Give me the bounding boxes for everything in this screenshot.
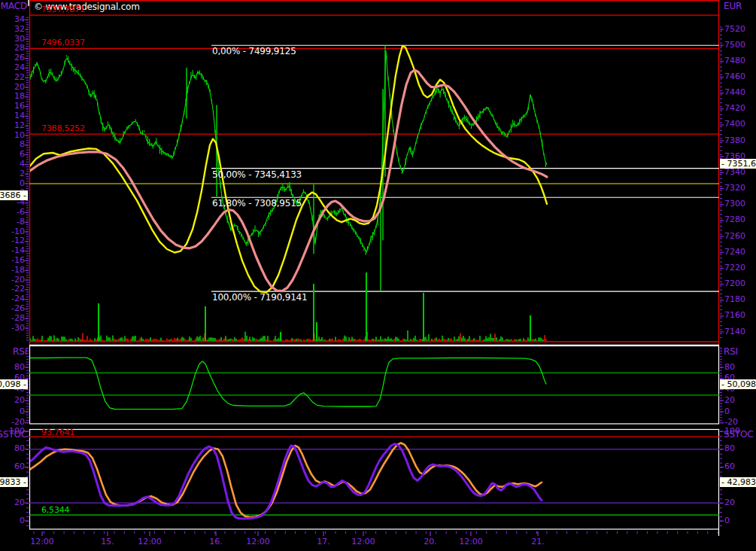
axis-tick-label: 22: [14, 73, 25, 82]
time-axis-label: 21.: [523, 537, 553, 546]
axis-tick-label: 20: [14, 83, 25, 92]
macd-value-tag: 2,3686: [0, 190, 28, 200]
axis-tick-label: 7300: [724, 199, 745, 209]
axis-tick-label: 80: [14, 444, 25, 453]
eur-axis-title: EUR: [724, 2, 742, 11]
axis-tick-label: 2: [20, 169, 25, 178]
time-axis-label: 12:00: [456, 537, 486, 546]
axis-tick-label: 30: [14, 35, 25, 44]
fibonacci-level-label: 61,80% - 7308,9515: [212, 199, 302, 209]
axis-tick-label: 7440: [724, 88, 745, 97]
time-axis-label: 12:00: [348, 537, 378, 546]
axis-tick-label: 18: [14, 92, 25, 101]
axis-tick-label: 7500: [724, 41, 745, 50]
axis-tick-label: 20: [14, 498, 25, 507]
rsi-value-tag-right: 50,098: [720, 379, 756, 389]
sstoc-value-tag-left: 2,9833: [0, 477, 28, 487]
axis-tick-label: 100: [9, 427, 25, 436]
axis-tick-label: 7480: [724, 56, 745, 65]
axis-tick-label: 6: [20, 150, 25, 159]
axis-tick-label: 7160: [724, 311, 745, 320]
axis-tick-label: -22: [11, 285, 25, 294]
time-axis-label: 12:00: [27, 537, 57, 546]
axis-tick-label: 7260: [724, 232, 745, 241]
axis-tick-label: 4: [20, 160, 25, 169]
axis-tick-label: 14: [14, 111, 25, 120]
axis-tick-label: -30: [11, 324, 25, 333]
axis-tick-label: 80: [724, 444, 735, 453]
axis-tick-label: 7320: [724, 184, 745, 193]
axis-tick-label: 8: [20, 140, 25, 149]
price-level-label: 7537,7871: [41, 5, 85, 14]
axis-tick-label: 7240: [724, 248, 745, 257]
axis-tick-label: 32: [14, 25, 25, 34]
axis-tick-label: 20: [724, 396, 735, 405]
axis-tick-label: -10: [11, 227, 25, 236]
rsi-panel-title-right: RSI: [724, 347, 738, 357]
axis-tick-label: 80: [724, 363, 735, 372]
chart-canvas[interactable]: [0, 0, 756, 551]
axis-tick-label: 7520: [724, 25, 745, 34]
time-axis-label: 15.: [93, 537, 123, 546]
price-level-label: 7496,0337: [41, 38, 85, 47]
axis-tick-label: 80: [14, 363, 25, 372]
rsi-value-tag-left: 50,098: [0, 379, 28, 389]
axis-tick-label: 26: [14, 53, 25, 62]
axis-tick-label: 60: [724, 462, 735, 471]
axis-tick-label: 7420: [724, 104, 745, 113]
price-level-label: 7388,5252: [41, 123, 85, 133]
axis-tick-label: 24: [14, 63, 25, 72]
axis-tick-label: -24: [11, 294, 25, 303]
time-axis-label: 12:00: [135, 537, 165, 546]
axis-tick-label: 7180: [724, 295, 745, 304]
time-axis-label: 20.: [415, 537, 445, 546]
axis-tick-label: -28: [11, 314, 25, 323]
axis-tick-label: -26: [11, 304, 25, 313]
axis-tick-label: 7400: [724, 120, 745, 129]
axis-tick-label: -14: [11, 246, 25, 255]
axis-tick-label: 7140: [724, 327, 745, 336]
axis-tick-label: 0: [20, 516, 25, 525]
fibonacci-level-label: 50,00% - 7345,4133: [212, 170, 302, 180]
axis-tick-label: 0: [724, 516, 730, 525]
axis-tick-label: 10: [14, 131, 25, 140]
tradesignal-chart-window: © www.tradesignal.com MACD EUR RSI RSI S…: [0, 0, 756, 551]
axis-tick-label: 0: [724, 407, 730, 416]
axis-tick-label: -16: [11, 256, 25, 265]
axis-tick-label: 7340: [724, 168, 745, 177]
fibonacci-level-label: 100,00% - 7190,9141: [212, 293, 307, 303]
time-axis-label: 12:00: [243, 537, 273, 546]
axis-tick-label: 100: [724, 427, 740, 436]
axis-tick-label: -12: [11, 236, 25, 245]
axis-tick-label: 20: [724, 498, 735, 507]
axis-tick-label: -20: [11, 276, 25, 285]
axis-tick-label: -6: [17, 208, 25, 217]
axis-tick-label: 28: [14, 44, 25, 53]
axis-tick-label: 7280: [724, 215, 745, 224]
rsi-panel-title-left: RSI: [13, 347, 27, 357]
fibonacci-level-label: 0,00% - 7499,9125: [212, 47, 296, 56]
axis-tick-label: 7380: [724, 136, 745, 145]
axis-tick-label: 0: [20, 179, 25, 188]
time-axis-label: 17.: [308, 537, 339, 546]
axis-tick-label: 20: [14, 396, 25, 405]
sstoc-value-tag-right: 42,9833: [720, 477, 756, 487]
axis-tick-label: 0: [20, 407, 25, 416]
axis-tick-label: 16: [14, 102, 25, 111]
sstoc-upper-level-label: 93,7641: [41, 428, 74, 437]
axis-tick-label: 7220: [724, 263, 745, 272]
price-value-tag: 7351,6: [720, 159, 756, 169]
macd-panel-title: MACD: [1, 2, 27, 11]
sstoc-lower-level-label: 6,5344: [41, 505, 69, 515]
axis-tick-label: -18: [11, 266, 25, 275]
axis-tick-label: 7460: [724, 72, 745, 81]
axis-tick-label: 12: [14, 121, 25, 130]
axis-tick-label: 34: [14, 15, 25, 24]
axis-tick-label: 7200: [724, 279, 745, 288]
time-axis-label: 16.: [201, 537, 231, 546]
axis-tick-label: -8: [17, 218, 25, 227]
axis-tick-label: 60: [14, 462, 25, 471]
